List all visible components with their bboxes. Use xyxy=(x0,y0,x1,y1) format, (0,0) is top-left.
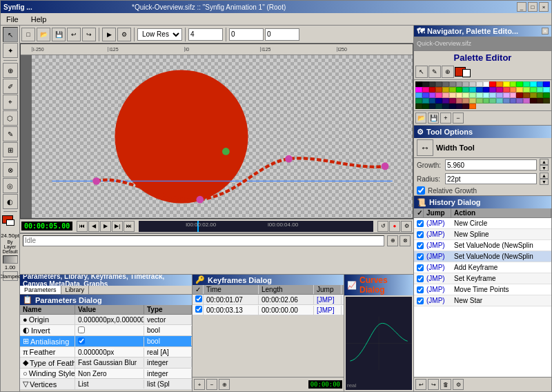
palette-color-cell[interactable] xyxy=(422,81,429,87)
hist-jump-3[interactable]: (JMP) xyxy=(424,241,451,250)
redo-button[interactable]: ↪ xyxy=(82,28,96,41)
minimize-button[interactable]: _ xyxy=(517,2,526,12)
tool-draw[interactable]: ✎ xyxy=(3,126,18,141)
palette-color-cell[interactable] xyxy=(456,92,463,98)
palette-color-cell[interactable] xyxy=(422,87,429,92)
palette-color-cell[interactable] xyxy=(516,98,523,104)
palette-color-cell[interactable] xyxy=(442,81,449,87)
palette-color-cell[interactable] xyxy=(489,81,496,87)
timeline-track[interactable]: l00:00:02.00 l00:00:04.00 xyxy=(139,221,373,232)
palette-bg-color[interactable] xyxy=(462,69,471,77)
hist-cb-8[interactable] xyxy=(417,297,424,304)
palette-color-cell[interactable] xyxy=(523,92,530,98)
hist-jump-2[interactable]: (JMP) xyxy=(424,230,451,239)
hist-clear-button[interactable]: 🗑 xyxy=(440,379,451,390)
palette-add-button[interactable]: + xyxy=(440,112,451,124)
hist-cb-3[interactable] xyxy=(417,242,424,249)
palette-color-cell[interactable] xyxy=(456,98,463,104)
canvas-control-point-4[interactable] xyxy=(382,163,389,170)
status-input[interactable] xyxy=(23,235,384,246)
palette-color-cell[interactable] xyxy=(435,81,442,87)
palette-color-cell[interactable] xyxy=(462,92,469,98)
palette-color-cell[interactable] xyxy=(429,81,436,87)
palette-color-cell[interactable] xyxy=(435,104,442,109)
palette-color-cell[interactable] xyxy=(523,87,530,92)
palette-color-cell[interactable] xyxy=(543,87,550,92)
palette-color-cell[interactable] xyxy=(537,87,544,92)
palette-color-cell[interactable] xyxy=(415,87,422,92)
growth-input[interactable] xyxy=(445,159,537,170)
palette-delete-button[interactable]: − xyxy=(453,112,464,124)
palette-color-cell[interactable] xyxy=(530,98,537,104)
aa-checkbox[interactable] xyxy=(78,337,85,344)
palette-color-cell[interactable] xyxy=(415,104,422,109)
palette-color-cell[interactable] xyxy=(435,92,442,98)
canvas-drawing-area[interactable] xyxy=(32,55,413,218)
palette-color-cell[interactable] xyxy=(415,98,422,104)
menu-help[interactable]: Help xyxy=(28,14,50,24)
tool-pan[interactable]: ◐ xyxy=(3,194,18,209)
palette-color-cell[interactable] xyxy=(537,92,544,98)
table-row[interactable]: ⊞ Antialiasing bool xyxy=(20,336,192,347)
radius-down-btn[interactable]: ▼ xyxy=(540,179,549,185)
hist-jump-4[interactable]: (JMP) xyxy=(424,252,451,261)
kf-delete-button[interactable]: − xyxy=(206,379,217,390)
fps-input[interactable] xyxy=(188,28,223,41)
kf-jump-1[interactable]: [JMP] xyxy=(314,295,342,304)
hist-jump-7[interactable]: (JMP) xyxy=(424,285,451,294)
undo-button[interactable]: ↩ xyxy=(67,28,81,41)
palette-tool-1[interactable]: ↖ xyxy=(415,66,428,78)
palette-color-cell[interactable] xyxy=(422,92,429,98)
kf-duplicate-button[interactable]: ⊕ xyxy=(219,379,230,390)
tool-eyedrop[interactable]: ⊗ xyxy=(3,162,18,177)
background-color[interactable] xyxy=(6,219,14,226)
palette-color-cell[interactable] xyxy=(456,81,463,87)
record-button[interactable]: ● xyxy=(389,221,400,232)
palette-color-cell[interactable] xyxy=(489,92,496,98)
palette-color-cell[interactable] xyxy=(449,92,456,98)
palette-color-cell[interactable] xyxy=(462,87,469,92)
rewind-button[interactable]: ⏮ xyxy=(77,221,88,232)
palette-color-cell[interactable] xyxy=(476,98,483,104)
hist-jump-1[interactable]: (JMP) xyxy=(424,219,451,228)
nav-close-btn[interactable]: × xyxy=(542,28,549,35)
palette-color-cell[interactable] xyxy=(415,81,422,87)
rel-growth-checkbox[interactable] xyxy=(417,186,425,195)
list-item[interactable]: (JMP) New Spline xyxy=(414,229,551,240)
quality-select[interactable]: Low Res xyxy=(137,28,182,41)
palette-color-cell[interactable] xyxy=(476,92,483,98)
tool-fill[interactable]: ⊞ xyxy=(3,142,18,157)
palette-color-cell[interactable] xyxy=(442,98,449,104)
palette-color-cell[interactable] xyxy=(456,104,463,109)
list-item[interactable]: (JMP) Set ValueNode (NewSplin xyxy=(414,240,551,251)
list-item[interactable]: (JMP) New Circle xyxy=(414,218,551,229)
hist-cb-1[interactable] xyxy=(417,220,424,227)
hist-undo-button[interactable]: ↩ xyxy=(415,379,426,390)
tool-pencil[interactable]: ✐ xyxy=(3,79,18,94)
hist-cb-7[interactable] xyxy=(417,286,424,293)
tool-zoom[interactable]: ◎ xyxy=(3,178,18,193)
palette-color-cell[interactable] xyxy=(449,104,456,109)
palette-color-cell[interactable] xyxy=(476,87,483,92)
kf-checkbox-2[interactable] xyxy=(195,306,202,313)
radius-spinner[interactable]: ▲ ▼ xyxy=(540,173,549,185)
save-button[interactable]: 💾 xyxy=(52,28,66,41)
palette-tool-2[interactable]: ✎ xyxy=(428,66,441,78)
open-button[interactable]: 📂 xyxy=(37,28,50,41)
palette-color-cell[interactable] xyxy=(543,92,550,98)
palette-color-cell[interactable] xyxy=(469,104,476,109)
list-item[interactable]: (JMP) Set Keyframe xyxy=(414,273,551,284)
palette-color-cell[interactable] xyxy=(442,104,449,109)
kf-checkbox-1[interactable] xyxy=(195,295,202,302)
hist-cb-4[interactable] xyxy=(417,253,424,260)
palette-color-cell[interactable] xyxy=(429,104,436,109)
list-item[interactable]: (JMP) Move Time Points xyxy=(414,284,551,295)
timeline-settings[interactable]: ⚙ xyxy=(401,221,412,232)
palette-color-cell[interactable] xyxy=(530,81,537,87)
table-row[interactable]: ● Origin 0.000000px,0.000000px vector xyxy=(20,315,192,325)
table-row[interactable]: ○ Winding Style Non Zero integer xyxy=(20,369,192,379)
palette-color-cell[interactable] xyxy=(489,87,496,92)
hist-settings-button[interactable]: ⚙ xyxy=(453,379,464,390)
palette-color-cell[interactable] xyxy=(489,98,496,104)
tab-parameters[interactable]: Parameters xyxy=(20,286,61,294)
